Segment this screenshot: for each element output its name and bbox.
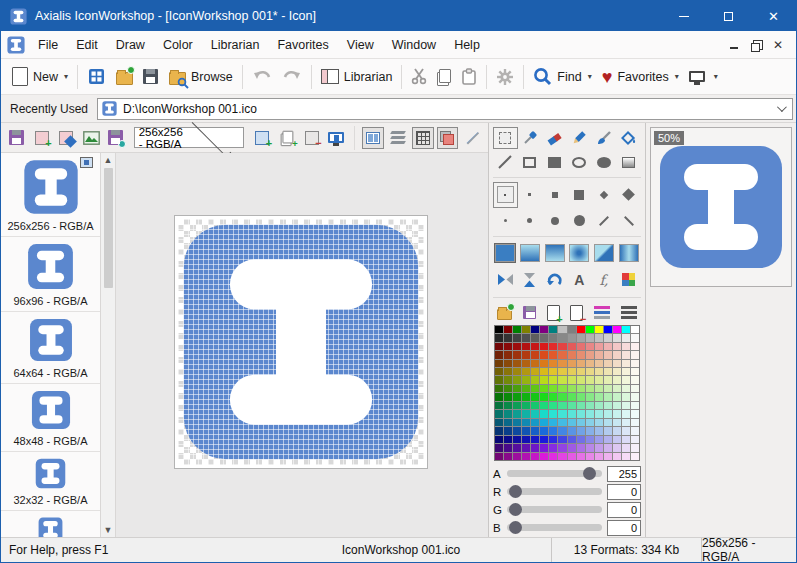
palette-color[interactable]	[522, 376, 530, 383]
palette-color[interactable]	[631, 410, 639, 417]
brush-shape-slash[interactable]	[592, 210, 617, 232]
palette-color[interactable]	[504, 393, 512, 400]
palette-color[interactable]	[549, 343, 557, 350]
palette-color[interactable]	[531, 343, 539, 350]
slider-handle[interactable]	[509, 521, 522, 534]
palette-color[interactable]	[586, 376, 594, 383]
palette-color[interactable]	[558, 385, 566, 392]
palette-color[interactable]	[513, 410, 521, 417]
palette-color[interactable]	[595, 393, 603, 400]
palette-color[interactable]	[568, 453, 576, 460]
palette-color[interactable]	[568, 368, 576, 375]
insert-image-button[interactable]	[80, 127, 102, 149]
palette-color[interactable]	[622, 444, 630, 451]
paste-button[interactable]	[456, 64, 482, 89]
combobox-chevron-icon[interactable]	[777, 102, 787, 112]
palette-color[interactable]	[613, 393, 621, 400]
slider-value[interactable]: 0	[607, 520, 641, 536]
palette-color[interactable]	[622, 368, 630, 375]
palette-color[interactable]	[558, 402, 566, 409]
palette-color[interactable]	[495, 360, 503, 367]
palette-color[interactable]	[549, 385, 557, 392]
fill-tool[interactable]	[616, 127, 641, 149]
palette-color[interactable]	[540, 360, 548, 367]
browse-button[interactable]: Browse	[163, 64, 238, 90]
palette-color[interactable]	[513, 334, 521, 341]
palette-color[interactable]	[513, 444, 521, 451]
palette-color[interactable]	[613, 427, 621, 434]
palette-color[interactable]	[631, 436, 639, 443]
palette-color[interactable]	[595, 419, 603, 426]
dual-pane-button[interactable]	[362, 127, 384, 149]
palette-color[interactable]	[531, 419, 539, 426]
palette-color[interactable]	[604, 444, 612, 451]
fill-style-solid[interactable]	[493, 241, 518, 265]
palette-color[interactable]	[568, 402, 576, 409]
palette-color[interactable]	[504, 402, 512, 409]
palette-color[interactable]	[586, 402, 594, 409]
palette-color[interactable]	[613, 360, 621, 367]
save-button[interactable]	[138, 65, 163, 88]
palette-color[interactable]	[540, 410, 548, 417]
brush-shape-large-circle[interactable]	[567, 210, 592, 232]
palette-color[interactable]	[613, 351, 621, 358]
palette-color[interactable]	[577, 385, 585, 392]
palette-color[interactable]	[595, 402, 603, 409]
open-button[interactable]	[110, 64, 138, 90]
cut-button[interactable]	[406, 64, 432, 89]
palette-color[interactable]	[495, 410, 503, 417]
screen-button[interactable]: ▾	[684, 67, 723, 86]
close-button[interactable]: ✕	[751, 1, 796, 31]
palette-color[interactable]	[549, 393, 557, 400]
palette-color[interactable]	[613, 334, 621, 341]
menu-view[interactable]: View	[338, 33, 383, 57]
palette-color[interactable]	[513, 360, 521, 367]
palette-color[interactable]	[613, 444, 621, 451]
palette-color[interactable]	[531, 410, 539, 417]
mdi-close-button[interactable]: ✕	[768, 35, 788, 55]
palette-color[interactable]	[513, 343, 521, 350]
palette-color[interactable]	[531, 402, 539, 409]
palette-color[interactable]	[504, 334, 512, 341]
format-combobox[interactable]: 256x256 - RGB/A	[134, 127, 245, 148]
slider-track[interactable]	[507, 524, 602, 531]
duplicate-format-button[interactable]: +	[276, 127, 298, 149]
palette-color[interactable]	[577, 427, 585, 434]
new-format-button[interactable]: +	[31, 127, 53, 149]
brush-shape-small-diamond[interactable]	[592, 182, 617, 208]
palette-color[interactable]	[586, 343, 594, 350]
palette-color[interactable]	[586, 368, 594, 375]
color-swap-tool[interactable]	[616, 267, 641, 293]
palette-color[interactable]	[531, 427, 539, 434]
palette-color[interactable]	[531, 393, 539, 400]
palette-color[interactable]	[549, 334, 557, 341]
palette-color[interactable]	[522, 419, 530, 426]
palette-color[interactable]	[622, 427, 630, 434]
palette-color[interactable]	[613, 453, 621, 460]
palette-color[interactable]	[622, 410, 630, 417]
fill-style-gradient-2[interactable]	[542, 241, 567, 265]
slider-handle[interactable]	[583, 467, 596, 480]
format-item[interactable]: 96x96 - RGB/A	[1, 237, 100, 312]
palette-color[interactable]	[522, 385, 530, 392]
copy-button[interactable]	[432, 65, 456, 89]
palette-color[interactable]	[577, 419, 585, 426]
palette-color[interactable]	[522, 453, 530, 460]
palette-color[interactable]	[568, 334, 576, 341]
menu-favorites[interactable]: Favorites	[268, 33, 337, 57]
palette-color[interactable]	[558, 419, 566, 426]
palette-color[interactable]	[513, 419, 521, 426]
menu-window[interactable]: Window	[383, 33, 445, 57]
effects-tool[interactable]: f,	[592, 267, 617, 293]
palette-color[interactable]	[531, 360, 539, 367]
palette-color[interactable]	[531, 368, 539, 375]
brush-tool[interactable]	[592, 127, 617, 149]
palette-color[interactable]	[522, 427, 530, 434]
palette-color[interactable]	[568, 351, 576, 358]
brush-size-large-square[interactable]	[493, 182, 518, 208]
palette-color[interactable]	[540, 453, 548, 460]
palette-color[interactable]	[513, 385, 521, 392]
palette-color[interactable]	[540, 343, 548, 350]
palette-color[interactable]	[549, 368, 557, 375]
palette-color[interactable]	[540, 334, 548, 341]
